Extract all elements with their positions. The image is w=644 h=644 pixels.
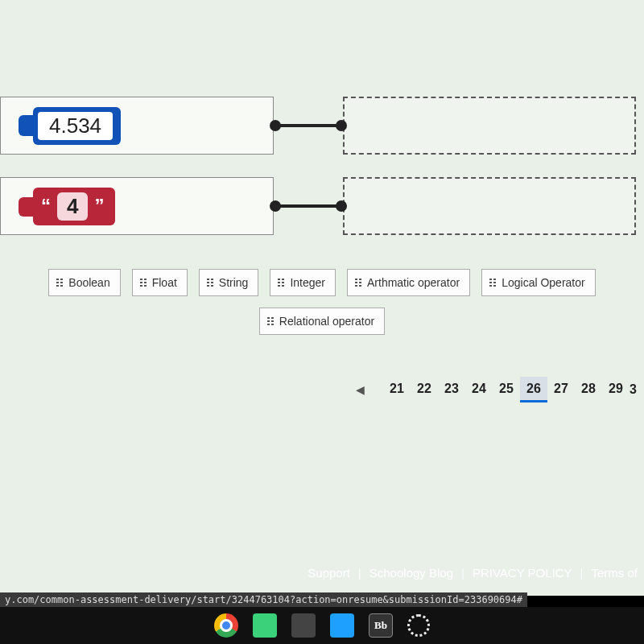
page-number[interactable]: 23 [438,377,465,402]
chevron-left-icon: ◀ [356,383,365,396]
value-text: 4.534 [38,112,113,140]
status-url: y.com/common-assessment-delivery/start/3… [0,592,527,607]
match-row: 4.534 [0,97,636,155]
chip-label: Integer [290,276,325,289]
app-viewport: 4.534 “ 4 ” Boolean Float String Integer… [0,0,644,596]
value-block-string[interactable]: “ 4 ” [33,188,115,225]
page-number[interactable]: 22 [411,377,438,402]
separator: | [358,566,361,580]
taskbar-blackboard-icon[interactable]: Bb [369,613,393,638]
pager-prev-button[interactable]: ◀ [348,378,372,402]
page-number[interactable]: 24 [465,377,493,402]
chip-label: Boolean [68,276,109,289]
drop-target[interactable] [343,177,636,235]
separator: | [580,566,584,580]
drag-grip-icon [277,278,285,287]
matching-question: 4.534 “ 4 ” [0,97,644,235]
drop-target[interactable] [343,97,636,155]
drag-grip-icon [206,278,214,287]
source-box: “ 4 ” [0,177,274,235]
footer-link-blog[interactable]: Schoology Blog [369,566,453,580]
answer-chip-integer[interactable]: Integer [270,269,336,296]
page-number[interactable]: 21 [383,377,411,402]
drag-grip-icon [56,278,64,287]
value-block-float[interactable]: 4.534 [33,107,121,145]
taskbar-app-icon[interactable] [291,613,316,638]
close-quote: ” [94,195,104,217]
connector-line [275,124,341,127]
answer-chip-logical-operator[interactable]: Logical Operator [481,269,596,296]
footer-link-support[interactable]: Support [308,566,350,580]
answer-chip-relational-operator[interactable]: Relational operator [259,308,385,335]
taskbar-app-icon[interactable] [253,613,277,638]
page-number[interactable]: 27 [547,377,575,402]
page-number[interactable]: 28 [575,377,602,402]
answer-bank: Boolean Float String Integer Arthmatic o… [0,259,644,345]
answer-chip-arithmetic-operator[interactable]: Arthmatic operator [347,269,470,296]
page-number-active[interactable]: 26 [520,377,547,402]
chip-label: Relational operator [279,315,374,328]
chip-label: Logical Operator [502,276,585,289]
footer-link-privacy[interactable]: PRIVACY POLICY [473,566,572,580]
page-number[interactable]: 29 [602,377,630,402]
footer-link-terms[interactable]: Terms of [591,566,638,580]
connector-line [275,204,341,208]
chip-label: Arthmatic operator [367,276,460,289]
windows-taskbar: Bb [0,607,644,644]
taskbar-chrome-icon[interactable] [214,613,238,638]
answer-chip-float[interactable]: Float [132,269,188,296]
drag-grip-icon [139,278,147,287]
source-box: 4.534 [0,97,274,155]
chip-label: String [219,276,249,289]
taskbar-loading-icon[interactable] [407,614,430,637]
taskbar-app-icon[interactable] [330,613,354,638]
page-number-cutoff: 3 [630,377,641,402]
match-row: “ 4 ” [0,177,636,235]
answer-chip-string[interactable]: String [199,269,259,296]
separator: | [461,566,464,580]
drag-grip-icon [489,278,497,287]
drag-grip-icon [266,316,275,326]
footer-links: Support | Schoology Blog | PRIVACY POLIC… [308,566,638,580]
drag-grip-icon [354,278,362,287]
value-text: 4 [57,192,88,221]
page-number[interactable]: 25 [493,377,520,402]
open-quote: “ [41,195,51,217]
question-pager: ◀ 21 22 23 24 25 26 27 28 29 3 [0,377,644,402]
answer-chip-boolean[interactable]: Boolean [48,269,120,296]
chip-label: Float [152,276,177,289]
